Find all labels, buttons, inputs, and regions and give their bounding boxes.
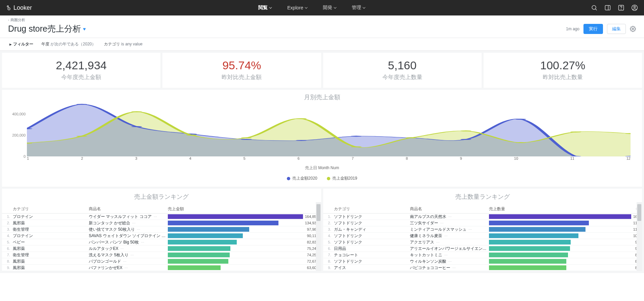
filter-chip-category[interactable]: カテゴリ is any value [104, 41, 143, 47]
svg-point-7 [621, 9, 621, 9]
row-menu-icon[interactable]: ⋯ [468, 228, 472, 231]
kpi-label: 今年度売上数量 [323, 73, 482, 81]
kpi-value: 95.74% [162, 59, 321, 72]
table-row[interactable]: 1. ソフトドリンク 南アルプスの天然水⋯ 162 [323, 214, 642, 220]
rank-header: カテゴリ 商品名 売上金額 [2, 204, 321, 214]
breadcrumb-chevron-icon: › [8, 18, 9, 22]
row-menu-icon[interactable]: ⋯ [452, 266, 456, 270]
rank-header: カテゴリ 商品名 売上数量 [323, 204, 642, 214]
table-row[interactable]: 5. ベビー パンパース パンツ Big 50枚⋯ 82,830 [2, 239, 321, 246]
table-row[interactable]: 7. チョコレート キットカットミニ⋯ 89 [323, 252, 642, 258]
svg-point-16 [241, 139, 252, 140]
row-menu-icon[interactable]: ⋯ [131, 221, 136, 225]
table-row[interactable]: 9. 風邪薬 バファリンかぜEX⋯ 63,600 [2, 265, 321, 271]
svg-point-13 [76, 104, 87, 105]
scrollbar[interactable] [316, 202, 321, 271]
table-row[interactable]: 7. 衛生管理 洗えるマスク 5枚入り⋯ 74,250 [2, 252, 321, 258]
row-menu-icon[interactable]: ⋯ [122, 260, 127, 263]
table-row[interactable]: 8. ソフトドリンク ウィルキンソン炭酸⋯ 87 [323, 258, 642, 265]
chart-area[interactable]: 0200,000400,000 123456789101112 [10, 103, 634, 164]
table-row[interactable]: 2. 風邪薬 新コンタック かぜ総合⋯ 134,937 [2, 220, 321, 226]
legend-item-1[interactable]: 売上金額2019 [327, 176, 357, 181]
edit-button[interactable]: 編集 [607, 24, 626, 34]
svg-point-1 [8, 8, 10, 10]
row-menu-icon[interactable]: ⋯ [130, 253, 135, 257]
row-menu-icon[interactable]: ⋯ [140, 240, 145, 244]
chevron-down-icon [334, 6, 336, 8]
row-menu-icon[interactable]: ⋯ [153, 215, 158, 219]
nav-center: 閲覧Explore開発管理 [32, 5, 591, 11]
row-menu-icon[interactable]: ⋯ [448, 215, 452, 219]
svg-point-17 [296, 140, 307, 141]
x-axis-label: 売上日 Month Num [10, 165, 634, 171]
filters-toggle[interactable]: ▶フィルター [9, 41, 33, 47]
table-row[interactable]: 9. アイス パピコチョココーヒー⋯ 87 [323, 265, 642, 271]
y-axis: 0200,000400,000 [10, 103, 27, 156]
kpi-label: 今年度売上金額 [2, 73, 160, 81]
nav-item-2[interactable]: 開発 [323, 5, 336, 11]
gear-icon[interactable] [630, 26, 636, 32]
table-row[interactable]: 6. 風邪薬 ルルアタックEX⋯ 75,240 [2, 246, 321, 252]
rank-title: 売上数量ランキング [323, 189, 642, 204]
svg-line-3 [595, 9, 597, 10]
brand-logo[interactable]: Looker [6, 4, 32, 11]
table-row[interactable]: 4. プロテイン SAVAS ウェイトダウン ソイプロテイン チョ…⋯ 90,1… [2, 233, 321, 239]
table-row[interactable]: 3. ガム・キャンディ ミンティアコールドスマッシュ⋯ 110 [323, 226, 642, 233]
search-icon[interactable] [591, 4, 598, 11]
row-menu-icon[interactable]: ⋯ [435, 240, 440, 244]
nav-item-0[interactable]: 閲覧 [258, 5, 271, 11]
kpi-tile-1[interactable]: 95.74% 昨対比売上金額 [162, 53, 321, 88]
kpi-label: 昨対比売上数量 [484, 73, 642, 81]
help-icon[interactable] [618, 4, 624, 11]
row-menu-icon[interactable]: ⋯ [444, 253, 448, 257]
svg-point-21 [515, 119, 526, 120]
row-menu-icon[interactable]: ⋯ [136, 228, 141, 231]
table-row[interactable]: 2. ソフトドリンク 三ツ矢サイダー⋯ 114 [323, 220, 642, 226]
x-axis: 123456789101112 [27, 156, 631, 164]
svg-point-34 [570, 131, 581, 133]
kpi-value: 100.27% [484, 59, 642, 72]
chevron-down-icon [363, 6, 365, 8]
breadcrumb-parent: 商圏分析 [10, 17, 25, 23]
row-menu-icon[interactable]: ⋯ [440, 221, 444, 225]
svg-point-0 [7, 6, 8, 7]
row-menu-icon[interactable]: ⋯ [444, 234, 448, 238]
kpi-value: 2,421,934 [2, 59, 160, 72]
row-menu-icon[interactable]: ⋯ [124, 266, 128, 270]
table-row[interactable]: 8. 風邪薬 パブロンゴールド⋯ 72,672 [2, 258, 321, 265]
sub-header: › 商圏分析 Drug store売上分析 ♥ 1m ago 実行 編集 [0, 15, 644, 38]
run-button[interactable]: 実行 [583, 24, 603, 34]
rank-title: 売上金額ランキング [2, 189, 321, 204]
user-icon[interactable] [631, 4, 638, 11]
filters-bar: ▶フィルター 年度 が次の年である（2020） カテゴリ is any valu… [0, 38, 644, 51]
nav-item-1[interactable]: Explore [287, 5, 306, 11]
filters-label: フィルター [13, 42, 33, 46]
row-menu-icon[interactable]: ⋯ [448, 260, 452, 263]
page-title-text: Drug store売上分析 [8, 23, 81, 34]
scrollbar[interactable] [637, 202, 642, 271]
row-menu-icon[interactable]: ⋯ [120, 247, 124, 251]
nav-item-3[interactable]: 管理 [352, 5, 365, 11]
table-row[interactable]: 1. プロテイン ウイダー マッスルフィット ココア⋯ 164,850 [2, 214, 321, 220]
kpi-tile-3[interactable]: 100.27% 昨対比売上数量 [484, 53, 642, 88]
table-row[interactable]: 3. 衛生管理 使い捨てマスク 50枚入り⋯ 97,980 [2, 226, 321, 233]
title-actions: 1m ago 実行 編集 [566, 24, 636, 34]
svg-point-14 [131, 126, 142, 127]
table-row[interactable]: 6. 日用品 アリエールイオンパワージェルサイエンスプ…⋯ 91 [323, 246, 642, 252]
nav-right [591, 4, 638, 11]
favorite-icon[interactable]: ♥ [83, 26, 86, 32]
kpi-tile-2[interactable]: 5,160 今年度売上数量 [323, 53, 482, 88]
table-row[interactable]: 4. ソフトドリンク 健康ミネラル麦茶⋯ 102 [323, 233, 642, 239]
panel-icon[interactable] [604, 4, 611, 11]
svg-point-28 [241, 137, 252, 138]
filter-chip-year[interactable]: 年度 が次の年である（2020） [41, 41, 96, 47]
legend-item-0[interactable]: 売上金額2020 [287, 176, 317, 181]
breadcrumb[interactable]: › 商圏分析 [8, 17, 636, 23]
kpi-tile-0[interactable]: 2,421,934 今年度売上金額 [2, 53, 160, 88]
svg-point-30 [351, 146, 362, 147]
svg-point-26 [131, 111, 142, 112]
kpi-label: 昨対比売上金額 [162, 73, 321, 81]
svg-point-10 [632, 28, 634, 30]
table-row[interactable]: 5. ソフトドリンク アクエリアス⋯ 92 [323, 239, 642, 246]
rank-amount-card: 売上金額ランキング カテゴリ 商品名 売上金額 1. プロテイン ウイダー マッ… [2, 189, 321, 271]
